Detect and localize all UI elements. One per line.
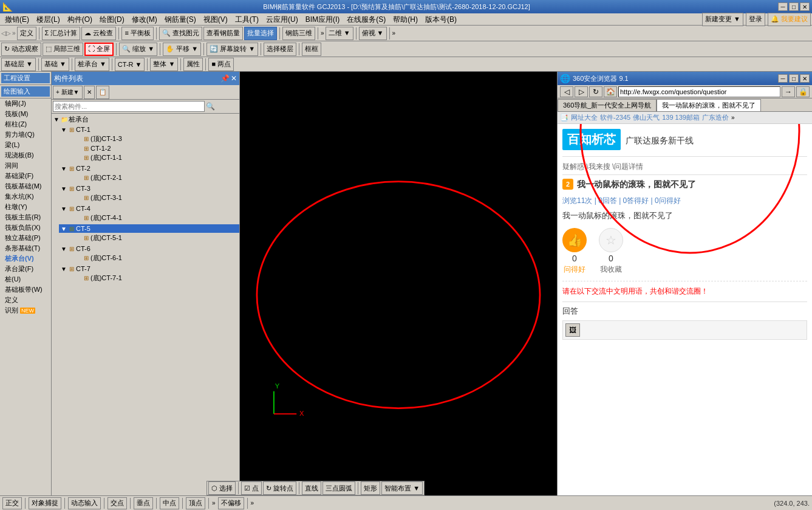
draw-point-btn[interactable]: ☑ 点 <box>241 481 262 495</box>
menu-revoke[interactable]: 撤销(E) <box>1 13 33 26</box>
draw-smart-btn[interactable]: 智能布置 ▼ <box>381 481 423 495</box>
go-btn[interactable]: → <box>782 86 795 97</box>
balance-btn[interactable]: ≡ 平衡板 <box>121 27 153 40</box>
ct2-expand-icon[interactable]: ▼ <box>60 165 67 172</box>
tree-ct5-1-row[interactable]: ⊞ (底)CT-5-1 <box>73 233 239 243</box>
select-floor-btn[interactable]: 选择楼层 <box>264 43 296 56</box>
suggest-btn[interactable]: 🔔 我要建议 <box>768 13 811 26</box>
tree-ct1-1-row[interactable]: ⊞ (底)CT-1-1 <box>73 153 239 163</box>
menu-part[interactable]: 构件(O) <box>64 13 96 26</box>
cloud-check-btn[interactable]: ☁ 云检查 <box>81 27 116 40</box>
link-software[interactable]: 软件-2345 <box>600 113 630 122</box>
draw-line-btn[interactable]: 直线 <box>302 481 321 495</box>
status-dynin[interactable]: 动态输入 <box>68 497 101 509</box>
answer-img-btn[interactable]: 🖼 <box>565 323 580 337</box>
left-item-foundband[interactable]: 基础板带(W) <box>0 284 51 295</box>
layer-props-btn[interactable]: 属性 <box>183 58 203 71</box>
tree-new-btn[interactable]: + 新建▼ <box>53 86 83 99</box>
left-item-raftmain[interactable]: 筏板主筋(R) <box>0 212 51 222</box>
menu-view[interactable]: 视图(V) <box>200 13 231 26</box>
define-btn[interactable]: 定义 <box>17 27 36 40</box>
draw-select-btn[interactable]: ⬡ 选择 <box>208 481 236 495</box>
left-item-dong[interactable]: 洞间 <box>0 160 51 171</box>
menu-version[interactable]: 版本号(B) <box>421 13 460 26</box>
browser-minimize[interactable]: ─ <box>778 74 788 83</box>
left-item-axisnet[interactable]: 轴网(J) <box>0 98 51 109</box>
draw-input-title[interactable]: 绘图输入 <box>1 86 50 97</box>
left-item-raftboard[interactable]: 筏板(M) <box>0 109 51 119</box>
left-item-shearwall[interactable]: 剪力墙(Q) <box>0 129 51 140</box>
tree-ct4-1-row[interactable]: ⊞ (底)CT-4-1 <box>73 213 239 223</box>
left-item-capsbeam[interactable]: 承台梁(F) <box>0 264 51 274</box>
left-item-pilecap[interactable]: 桩承台(V) <box>0 253 51 264</box>
left-item-framecol[interactable]: 框柱(Z) <box>0 119 51 129</box>
link-budget[interactable]: 广东造价 <box>702 113 729 122</box>
close-button[interactable]: ✕ <box>800 2 810 11</box>
menu-modify[interactable]: 修改(M) <box>128 13 161 26</box>
ct4-expand-icon[interactable]: ▼ <box>60 205 67 212</box>
search-icon[interactable]: 🔍 <box>206 102 215 111</box>
draw-rotatepoint-btn[interactable]: ↻ 旋转点 <box>263 481 296 495</box>
tree-pin-icon[interactable]: 📌 <box>220 74 230 83</box>
link-web-all[interactable]: 网址大全 <box>571 113 598 122</box>
back-btn[interactable]: ◁ <box>560 86 573 97</box>
browser-tab-1[interactable]: 360导航_新一代安全上网导航 <box>558 99 657 111</box>
tree-ct1-row[interactable]: ▼ ⊞ CT-1 <box>59 125 239 134</box>
left-item-pile[interactable]: 桩(U) <box>0 274 51 284</box>
left-item-raftneg[interactable]: 筏板负筋(X) <box>0 222 51 233</box>
menu-cloud[interactable]: 云应用(U) <box>262 13 302 26</box>
draw-arc-btn[interactable]: 三点圆弧 <box>322 481 355 495</box>
home-btn[interactable]: 🏠 <box>604 86 617 97</box>
view-steel-btn[interactable]: 查看钢筋量 <box>203 27 243 40</box>
tree-root-row[interactable]: ▼ 📁 桩承台 <box>52 114 239 125</box>
menu-bim[interactable]: BIM应用(I) <box>302 13 344 26</box>
ct5-expand-icon[interactable]: ▼ <box>60 226 67 232</box>
left-item-sumppit[interactable]: 集水坑(K) <box>0 191 51 202</box>
status-ortho[interactable]: 正交 <box>2 497 22 509</box>
tree-close-icon[interactable]: ✕ <box>231 74 237 83</box>
menu-steel[interactable]: 钢筋量(S) <box>161 13 200 26</box>
layer-pilecap-btn[interactable]: 桩承台 ▼ <box>75 58 109 71</box>
zoom-btn[interactable]: 🔍 缩放 ▼ <box>119 43 157 56</box>
browser-close[interactable]: ✕ <box>800 74 810 83</box>
canvas-area[interactable]: Y X <box>240 72 557 495</box>
question-title[interactable]: 我一动鼠标的滚珠，图就不见了 <box>577 179 807 191</box>
find-btn[interactable]: 🔍 查找图元 <box>159 27 202 40</box>
extra-more-icon[interactable]: » <box>731 114 735 121</box>
status-intersect[interactable]: 交点 <box>107 497 127 509</box>
left-item-identify[interactable]: 识别 NEW <box>0 305 51 315</box>
project-settings-title[interactable]: 工程设置 <box>1 73 50 83</box>
menu-online[interactable]: 在线服务(S) <box>343 13 389 26</box>
root-expand-icon[interactable]: ▼ <box>53 116 60 123</box>
tree-delete-btn[interactable]: ✕ <box>84 86 95 99</box>
frame-btn[interactable]: 框框 <box>302 43 321 56</box>
status-perp[interactable]: 垂点 <box>134 497 153 509</box>
minimize-button[interactable]: ─ <box>778 2 788 11</box>
tree-ct7-1-row[interactable]: ⊞ (底)CT-7-1 <box>73 273 239 283</box>
tree-ct1-3-row[interactable]: ⊞ (顶)CT-1-3 <box>73 134 239 144</box>
tree-ct5-row[interactable]: ▼ ⊞ CT-5 <box>59 224 239 233</box>
maximize-button[interactable]: □ <box>789 2 799 11</box>
tree-copy-btn[interactable]: 📋 <box>96 86 109 99</box>
login-btn[interactable]: 登录 <box>746 13 765 26</box>
fullscreen-btn[interactable]: ⛶ 全屏 <box>84 43 114 56</box>
menu-help[interactable]: 帮助(H) <box>389 13 421 26</box>
tree-ct2-1-row[interactable]: ⊞ (底)CT-2-1 <box>73 173 239 183</box>
ct3-expand-icon[interactable]: ▼ <box>60 185 67 192</box>
batch-select-btn[interactable]: 批量选择 <box>244 27 277 40</box>
menu-floor[interactable]: 楼层(L) <box>33 13 64 26</box>
tree-ct6-1-row[interactable]: ⊞ (底)CT-6-1 <box>73 253 239 263</box>
tree-search-input[interactable] <box>53 101 205 112</box>
link-mail[interactable]: 139 139邮箱 <box>662 113 700 122</box>
good-btn[interactable]: 👍 0 问得好 <box>562 228 587 275</box>
tree-ct1-2-row[interactable]: ⊞ CT-1-2 <box>73 144 239 153</box>
steel-3d-btn[interactable]: 钢筋三维 <box>282 27 315 40</box>
topview-btn[interactable]: 俯视 ▼ <box>359 27 387 40</box>
left-item-define[interactable]: 定义 <box>0 295 51 305</box>
browser-tab-2[interactable]: 我一动鼠标的滚珠，图就不见了 <box>657 99 761 111</box>
left-item-fbeam[interactable]: 基础梁(F) <box>0 171 51 181</box>
status-midpoint[interactable]: 中点 <box>160 497 179 509</box>
sum-btn[interactable]: Σ 汇总计算 <box>42 27 81 40</box>
tree-ct6-row[interactable]: ▼ ⊞ CT-6 <box>59 244 239 253</box>
menu-draw[interactable]: 绘图(D) <box>96 13 128 26</box>
